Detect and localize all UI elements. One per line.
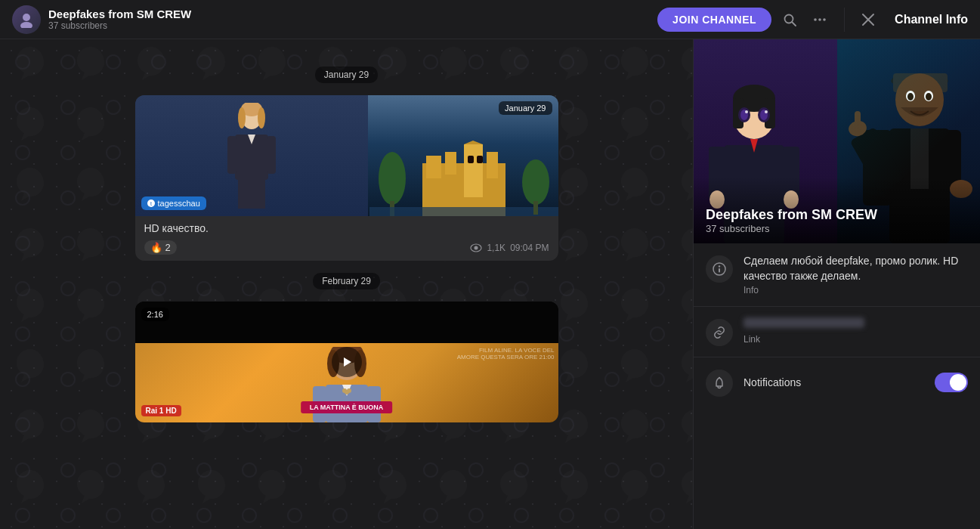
rai-label: Rai 1 HD [146, 407, 177, 415]
notifications-toggle[interactable] [935, 373, 968, 392]
more-options-button[interactable] [808, 8, 832, 32]
svg-rect-21 [369, 207, 558, 216]
header-left: Deepfakes from SM CREW 37 subscribers [12, 5, 657, 34]
svg-rect-31 [227, 136, 236, 174]
panel-link-label: Link [744, 334, 968, 345]
close-panel-button[interactable] [857, 8, 880, 31]
svg-point-6 [823, 18, 826, 21]
channel-info-header: Deepfakes from SM CREW 37 subscribers [48, 8, 191, 31]
film-text: FILM ALINE. LA VOCE DELAMORE QUESTA SERA… [457, 347, 555, 360]
panel-description-text: Сделаем любой deepfake, промо ролик. HD … [744, 254, 968, 283]
svg-point-2 [785, 14, 793, 23]
header-actions: JOIN CHANNEL Channel Info [657, 8, 968, 32]
svg-point-9 [379, 152, 406, 205]
svg-marker-16 [464, 141, 483, 144]
svg-point-36 [475, 246, 478, 249]
video-thumbnail-2[interactable]: Rai 1 HD FILM ALINE. LA VOCE DELAMORE QU… [135, 302, 558, 422]
panel-link-content: Link [744, 317, 968, 345]
panel-hero-overlay: Deepfakes from SM CREW 37 subscribers [694, 177, 980, 243]
message-footer-1: 🔥 2 1,1K 09:04 PM [135, 237, 558, 261]
date-badge-2: February 29 [313, 273, 380, 289]
svg-point-81 [719, 265, 720, 267]
rai-badge: Rai 1 HD [141, 405, 181, 416]
reaction-count: 2 [165, 242, 171, 253]
message-text-1: HD качество. [135, 216, 558, 237]
views-icon [470, 243, 482, 252]
svg-rect-32 [267, 136, 276, 174]
svg-point-0 [23, 14, 30, 21]
panel-link-blurred [744, 317, 968, 333]
svg-point-83 [719, 377, 720, 379]
show-banner: LA MATTINA È BUONA [301, 401, 393, 413]
source-label: tagesschau [158, 199, 200, 208]
date-divider-jan29: January 29 [135, 67, 558, 83]
svg-point-59 [765, 110, 768, 113]
channel-name: Deepfakes from SM CREW [48, 8, 191, 20]
views-count: 1,1K [487, 243, 505, 253]
link-blurred-value [744, 317, 864, 328]
right-panel: Deepfakes from SM CREW 37 subscribers Сд… [693, 39, 980, 529]
message-bubble-1[interactable]: January 29 t tagesschau HD качество. 🔥 2 [135, 95, 558, 261]
main-layout: January 29 [0, 39, 980, 529]
panel-channel-name: Deepfakes from SM CREW [706, 207, 968, 223]
svg-point-4 [814, 18, 817, 21]
bell-icon [706, 370, 733, 397]
castle-silhouette [369, 141, 558, 216]
chat-area[interactable]: January 29 [0, 39, 693, 529]
video-thumbnail-1[interactable]: January 29 t tagesschau [135, 95, 558, 216]
message-meta: 1,1K 09:04 PM [470, 243, 549, 253]
panel-title: Channel Info [895, 13, 968, 26]
message-bubble-2[interactable]: Rai 1 HD FILM ALINE. LA VOCE DELAMORE QU… [135, 302, 558, 422]
info-icon [706, 255, 733, 283]
svg-point-47 [347, 388, 351, 393]
panel-description-row: Сделаем любой deepfake, промо ролик. HD … [694, 243, 980, 307]
notifications-label: Notifications [744, 376, 924, 388]
svg-rect-13 [445, 152, 456, 175]
svg-point-5 [818, 18, 821, 21]
date-divider-feb29: February 29 [135, 273, 558, 289]
svg-rect-15 [464, 144, 483, 197]
header: Deepfakes from SM CREW 37 subscribers JO… [0, 0, 980, 39]
panel-info-label: Info [744, 285, 968, 295]
svg-point-27 [258, 107, 265, 128]
header-divider [844, 8, 845, 32]
date-tag: January 29 [499, 101, 552, 115]
svg-rect-18 [426, 156, 441, 178]
message-time: 09:04 PM [510, 243, 549, 253]
svg-rect-82 [719, 268, 720, 273]
studio-top [135, 302, 558, 343]
svg-point-1 [20, 22, 32, 28]
svg-text:t: t [150, 201, 152, 206]
svg-rect-20 [477, 156, 483, 163]
panel-info-section: Сделаем любой deepfake, промо ролик. HD … [694, 243, 980, 407]
svg-point-22 [522, 159, 549, 205]
link-icon [706, 319, 733, 346]
play-button[interactable] [332, 347, 362, 377]
svg-point-58 [745, 110, 748, 113]
svg-point-26 [238, 107, 246, 128]
svg-marker-48 [344, 357, 351, 367]
panel-description-content: Сделаем любой deepfake, промо ролик. HD … [744, 254, 968, 295]
channel-subscribers: 37 subscribers [48, 20, 191, 31]
join-channel-button[interactable]: JOIN CHANNEL [657, 8, 771, 32]
panel-link-row[interactable]: Link [694, 307, 980, 357]
reaction-emoji: 🔥 [150, 242, 162, 253]
reaction-pill[interactable]: 🔥 2 [144, 240, 177, 255]
panel-hero: Deepfakes from SM CREW 37 subscribers [694, 39, 980, 243]
svg-rect-17 [487, 152, 498, 178]
svg-rect-30 [238, 178, 265, 209]
duration-badge: 2:16 [141, 308, 169, 321]
notifications-row: Notifications [694, 357, 980, 407]
svg-line-3 [793, 22, 796, 26]
svg-rect-23 [533, 201, 538, 215]
source-badge: t tagesschau [141, 196, 206, 210]
channel-avatar[interactable] [12, 5, 41, 34]
anchor-figure [221, 103, 282, 209]
svg-rect-19 [468, 156, 474, 163]
toggle-thumb [950, 374, 966, 391]
panel-channel-subs: 37 subscribers [706, 223, 968, 234]
date-badge: January 29 [315, 67, 378, 83]
search-button[interactable] [778, 8, 802, 32]
